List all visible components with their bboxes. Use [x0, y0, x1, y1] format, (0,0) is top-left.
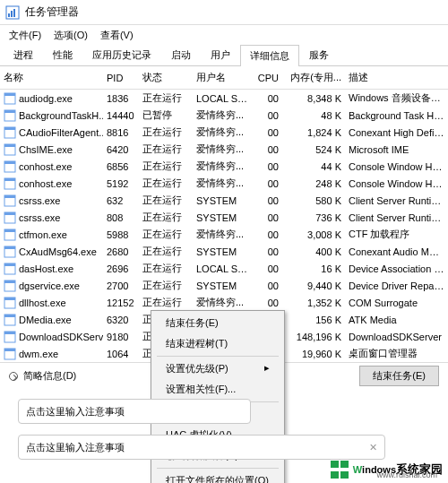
process-icon	[4, 109, 16, 122]
process-icon	[4, 92, 16, 105]
cell-user: 爱情终穷...	[193, 177, 254, 190]
menu-file[interactable]: 文件(F)	[4, 27, 47, 44]
tab-5[interactable]: 详细信息	[240, 45, 299, 66]
cell-pid: 5988	[103, 229, 139, 240]
cell-mem: 148,196 K	[282, 332, 345, 342]
tab-6[interactable]: 服务	[299, 44, 339, 65]
menu-view[interactable]: 查看(V)	[95, 27, 139, 44]
process-name: conhost.exe	[19, 161, 72, 172]
table-row[interactable]: BackgroundTaskH...14440已暂停爱情终穷...0048 KB…	[0, 107, 448, 124]
table-row[interactable]: audiodg.exe1836正在运行LOCAL SE...008,348 KW…	[0, 90, 448, 107]
process-name: DMedia.exe	[19, 315, 72, 325]
process-name: ChsIME.exe	[19, 144, 73, 155]
cell-pid: 632	[103, 195, 139, 206]
brief-info[interactable]: 简略信息(D)	[23, 369, 76, 383]
process-name: dgservice.exe	[19, 280, 80, 291]
end-task-button[interactable]: 结束任务(E)	[359, 366, 439, 386]
table-row[interactable]: ChsIME.exe6420正在运行爱情终穷...00524 KMicrosof…	[0, 141, 448, 158]
table-row[interactable]: conhost.exe5192正在运行爱情终穷...00248 KConsole…	[0, 175, 448, 192]
cell-pid: 12152	[103, 298, 139, 308]
svg-rect-9	[4, 127, 15, 130]
note-placeholder: 点击这里输入注意事项	[26, 441, 125, 454]
cell-mem: 580 K	[282, 195, 345, 206]
process-name: DownloadSDKServ...	[19, 332, 103, 342]
process-name: ctfmon.exe	[19, 229, 67, 240]
table-row[interactable]: csrss.exe632正在运行SYSTEM00580 KClient Serv…	[0, 192, 448, 209]
svg-rect-29	[4, 298, 15, 300]
table-row[interactable]: CAudioFilterAgent...8816正在运行爱情终穷...001,8…	[0, 124, 448, 141]
col-status[interactable]: 状态	[139, 71, 193, 84]
context-item[interactable]: 设置相关性(F)...	[153, 379, 282, 400]
svg-rect-23	[4, 246, 15, 249]
cell-cpu: 00	[254, 110, 282, 121]
cell-status: 正在运行	[139, 177, 193, 190]
process-name: dasHost.exe	[19, 263, 73, 274]
cell-pid: 5192	[103, 178, 139, 189]
cell-desc: Device Driver Repair ...	[345, 280, 448, 291]
table-row[interactable]: dllhost.exe12152正在运行爱情终穷...001,352 KCOM …	[0, 294, 448, 311]
process-name: csrss.exe	[19, 212, 60, 223]
cell-status: 正在运行	[139, 142, 193, 156]
svg-rect-13	[4, 161, 15, 164]
tab-0[interactable]: 进程	[4, 44, 43, 65]
col-user[interactable]: 用户名	[193, 71, 254, 84]
cell-user: SYSTEM	[193, 280, 254, 291]
col-cpu[interactable]: CPU	[254, 73, 282, 83]
col-desc[interactable]: 描述	[345, 71, 448, 84]
table-row[interactable]: ctfmon.exe5988正在运行爱情终穷...003,008 KCTF 加载…	[0, 226, 448, 243]
svg-rect-17	[4, 195, 15, 198]
cell-pid: 2680	[103, 246, 139, 257]
tabs: 进程性能应用历史记录启动用户详细信息服务	[0, 45, 448, 66]
col-name[interactable]: 名称	[0, 71, 103, 84]
col-pid[interactable]: PID	[103, 73, 139, 83]
cell-status: 正在运行	[139, 245, 193, 258]
cell-status: 正在运行	[139, 228, 193, 241]
context-item[interactable]: 打开文件所在的位置(O)	[153, 470, 282, 483]
cell-user: 爱情终穷...	[193, 296, 254, 309]
table-row[interactable]: conhost.exe6856正在运行爱情终穷...0044 KConsole …	[0, 158, 448, 175]
expand-icon[interactable]	[9, 372, 18, 381]
cell-pid: 6420	[103, 144, 139, 155]
menu-options[interactable]: 选项(O)	[48, 27, 93, 44]
cell-user: SYSTEM	[193, 246, 254, 257]
window-title: 任务管理器	[25, 4, 79, 20]
table-row[interactable]: CxAudMsg64.exe2680正在运行SYSTEM00400 KConex…	[0, 243, 448, 260]
process-icon	[4, 160, 16, 173]
cell-mem: 400 K	[282, 246, 345, 257]
cell-pid: 2700	[103, 280, 139, 291]
note-input-1[interactable]: 点击这里输入注意事项	[18, 399, 251, 424]
app-icon	[5, 5, 20, 20]
tab-1[interactable]: 性能	[43, 44, 82, 65]
cell-desc: ATK Media	[345, 315, 448, 325]
cell-desc: Console Window Host	[345, 178, 448, 189]
table-row[interactable]: csrss.exe808正在运行SYSTEM00736 KClient Serv…	[0, 209, 448, 226]
tab-2[interactable]: 应用历史记录	[82, 44, 161, 65]
cell-pid: 2696	[103, 263, 139, 274]
col-mem[interactable]: 内存(专用...	[282, 71, 345, 84]
process-icon	[4, 263, 16, 275]
process-icon	[4, 348, 16, 360]
cell-desc: Microsoft IME	[345, 144, 448, 155]
tab-4[interactable]: 用户	[201, 44, 240, 65]
cell-desc: Background Task Host	[345, 110, 448, 121]
cell-user: SYSTEM	[193, 212, 254, 223]
cell-status: 已暂停	[139, 108, 193, 122]
svg-rect-21	[4, 229, 15, 232]
svg-rect-11	[4, 144, 15, 147]
table-row[interactable]: dgservice.exe2700正在运行SYSTEM009,440 KDevi…	[0, 277, 448, 294]
cell-pid: 9180	[103, 332, 139, 342]
svg-rect-5	[4, 93, 15, 96]
menubar: 文件(F) 选项(O) 查看(V)	[0, 25, 448, 45]
close-icon[interactable]: ✕	[360, 442, 377, 453]
cell-desc: CTF 加载程序	[345, 228, 448, 241]
cell-pid: 6320	[103, 315, 139, 325]
note-input-2[interactable]: 点击这里输入注意事项 ✕	[18, 435, 385, 460]
context-item[interactable]: 结束任务(E)	[153, 313, 282, 333]
cell-user: LOCAL SE...	[193, 263, 254, 274]
cell-cpu: 00	[254, 161, 282, 172]
table-row[interactable]: dasHost.exe2696正在运行LOCAL SE...0016 KDevi…	[0, 260, 448, 277]
tab-3[interactable]: 启动	[161, 44, 201, 65]
process-icon	[4, 246, 16, 258]
context-item[interactable]: 结束进程树(T)	[153, 333, 282, 354]
context-item[interactable]: 设置优先级(P)▸	[153, 358, 282, 379]
